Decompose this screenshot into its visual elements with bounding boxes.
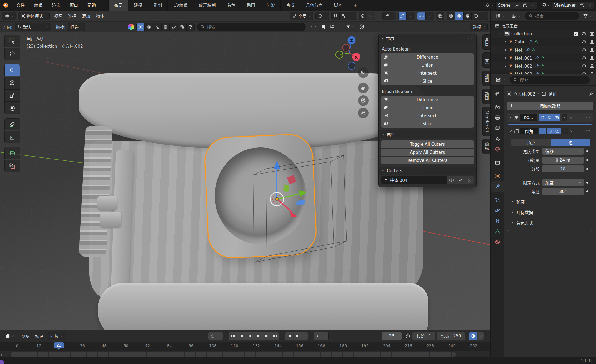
toggle-all-cuters-button[interactable]: Toggle All Cuters — [381, 140, 474, 148]
current-frame-field[interactable]: 23 — [382, 332, 402, 340]
properties-tab-data[interactable] — [491, 226, 504, 237]
union-button[interactable]: Union — [381, 61, 474, 69]
tree-display-dropdown[interactable] — [327, 23, 341, 31]
shading-dropdown[interactable] — [480, 12, 488, 20]
proportional-falloff-dropdown[interactable] — [367, 12, 375, 20]
3d-viewport[interactable]: 用户透视 (23) Collection | 立方体.002 Z X 条目工具视… — [0, 32, 490, 330]
pivot-point-selector[interactable] — [315, 12, 329, 20]
properties-tab-viewlayer[interactable] — [491, 123, 504, 133]
modifier-extras-dropdown[interactable] — [562, 114, 567, 121]
playback-sync-toggle[interactable] — [469, 332, 477, 340]
frame-step-dropdown[interactable] — [302, 332, 308, 340]
scene-name[interactable]: Scene — [496, 3, 513, 8]
properties-editor-type[interactable] — [493, 76, 508, 84]
timeline-editor-type[interactable] — [2, 332, 17, 340]
camera-visibility-icon[interactable] — [590, 39, 594, 44]
sidebar-tab-动画[interactable]: 动画 — [482, 89, 490, 104]
gizmo-dropdown[interactable] — [407, 12, 415, 20]
intersect-button[interactable]: Intersect — [381, 69, 474, 77]
jump-to-end-button[interactable] — [271, 332, 279, 340]
outliner-row-scene-collection[interactable]: 场景集合 — [491, 22, 596, 30]
properties-section-header[interactable]: 属性 — [379, 130, 476, 138]
new-scene-icon[interactable] — [521, 2, 529, 9]
sidebar-tab-视图[interactable]: 视图 — [482, 71, 490, 86]
next-keyframe-button[interactable] — [262, 332, 271, 340]
camera-visibility-icon[interactable] — [590, 47, 594, 52]
show-gizmo-dropdown[interactable] — [382, 12, 396, 20]
render-display-toggle[interactable] — [553, 114, 560, 121]
workspace-tab-合成[interactable]: 合成 — [280, 0, 300, 11]
auto-keyframe-toggle[interactable] — [208, 332, 217, 340]
modifier-name-field[interactable]: 倒角 — [520, 128, 538, 134]
animate-dot[interactable] — [584, 159, 591, 161]
shading-material-button[interactable] — [463, 12, 472, 20]
filter-dropdown[interactable] — [344, 23, 357, 31]
bevel-tab-边[interactable]: 边 — [551, 139, 590, 146]
blenderkit-search-input[interactable]: 搜索 — [197, 23, 306, 31]
animate-dot[interactable] — [584, 182, 591, 184]
new-viewlayer-icon[interactable] — [578, 2, 586, 9]
blenderkit-category-material-icon[interactable] — [145, 23, 153, 31]
outliner-display-mode[interactable] — [493, 12, 507, 20]
intersect-button[interactable]: Intersect — [381, 112, 474, 120]
camera-visibility-icon[interactable] — [590, 72, 594, 74]
sidebar-tab-工具[interactable]: 工具 — [482, 52, 490, 68]
bevel-section-轮廓[interactable]: 轮廓 — [509, 197, 591, 206]
overlays-toggle[interactable] — [417, 12, 425, 20]
workspace-tab-动画[interactable]: 动画 — [241, 0, 261, 11]
blenderkit-category-model-icon[interactable] — [136, 23, 145, 31]
value-field[interactable]: 30° — [542, 188, 584, 195]
editor-type-button[interactable] — [2, 12, 16, 20]
frame-back-button[interactable] — [285, 332, 293, 340]
bevel-section-几何数据[interactable]: 几何数据 — [509, 208, 591, 216]
expand-chevron-icon[interactable] — [504, 48, 507, 52]
properties-tab-scene[interactable] — [491, 133, 504, 144]
modifier-row-bevel[interactable]: 倒角⁙⁙ — [509, 126, 591, 136]
animate-dot[interactable] — [584, 150, 591, 152]
snap-toggle[interactable] — [331, 12, 340, 20]
workspace-tab-几何节点[interactable]: 几何节点 — [300, 0, 328, 11]
sidebar-tab-编辑[interactable]: 编辑 — [482, 139, 490, 154]
play-reverse-button[interactable] — [246, 332, 254, 340]
slice-button[interactable]: Slice — [381, 120, 474, 128]
play-button[interactable] — [254, 332, 262, 340]
realtime-display-toggle[interactable] — [546, 114, 553, 121]
add-primitive-tool[interactable] — [4, 147, 20, 159]
outliner-search-input[interactable]: 搜索 — [525, 12, 579, 20]
overlays-dropdown[interactable] — [425, 12, 434, 20]
value-field[interactable]: 0.24 m — [542, 157, 584, 164]
modifier-name-field[interactable]: bo... — [520, 114, 537, 121]
drag-handle-icon[interactable]: ⁙⁙ — [585, 129, 591, 133]
navigation-gizmo[interactable]: Z X — [331, 34, 368, 72]
expand-chevron-icon[interactable] — [509, 129, 512, 133]
topbar-menu-item[interactable]: 帮助 — [83, 3, 101, 8]
annotate-tool[interactable] — [4, 118, 20, 130]
measure-tool[interactable] — [4, 131, 20, 143]
bool-panel-header[interactable]: 布尔 ⁙⁙ — [379, 34, 476, 43]
pin-icon[interactable] — [589, 91, 593, 96]
shading-wireframe-button[interactable] — [447, 12, 455, 20]
animate-dot[interactable] — [584, 190, 591, 192]
workspace-tab-布局[interactable]: 布局 — [108, 0, 128, 11]
properties-tab-particles[interactable] — [491, 194, 504, 205]
blender-logo-icon[interactable] — [0, 2, 12, 8]
timeline-scrollbar[interactable] — [11, 352, 456, 357]
gizmo-toggle[interactable] — [398, 12, 407, 20]
topbar-menu-item[interactable]: 文件 — [12, 3, 29, 8]
bevel-section-着色方式[interactable]: 着色方式 — [509, 219, 591, 227]
drag-handle-icon[interactable]: ⁙⁙ — [585, 116, 591, 119]
workspace-tab-建模[interactable]: 建模 — [128, 0, 148, 11]
camera-visibility-icon[interactable] — [590, 31, 594, 36]
blenderkit-category-nodegroup-icon[interactable] — [178, 23, 186, 31]
expand-chevron-icon[interactable] — [504, 64, 507, 68]
transform-tool[interactable] — [4, 102, 20, 114]
topbar-menu-item[interactable]: 渲染 — [47, 3, 65, 8]
topbar-menu-item[interactable]: 窗口 — [65, 3, 83, 8]
workspace-tab-雕刻[interactable]: 雕刻 — [148, 0, 167, 11]
properties-options-dropdown[interactable] — [592, 79, 594, 81]
difference-button[interactable]: Difference — [381, 53, 474, 61]
animate-dot[interactable] — [584, 168, 591, 170]
drag-orientation-dropdown[interactable]: 默认 — [15, 23, 51, 31]
outliner-filter-dropdown[interactable] — [581, 12, 594, 20]
breadcrumb-object[interactable]: 立方体.002 — [514, 91, 535, 97]
